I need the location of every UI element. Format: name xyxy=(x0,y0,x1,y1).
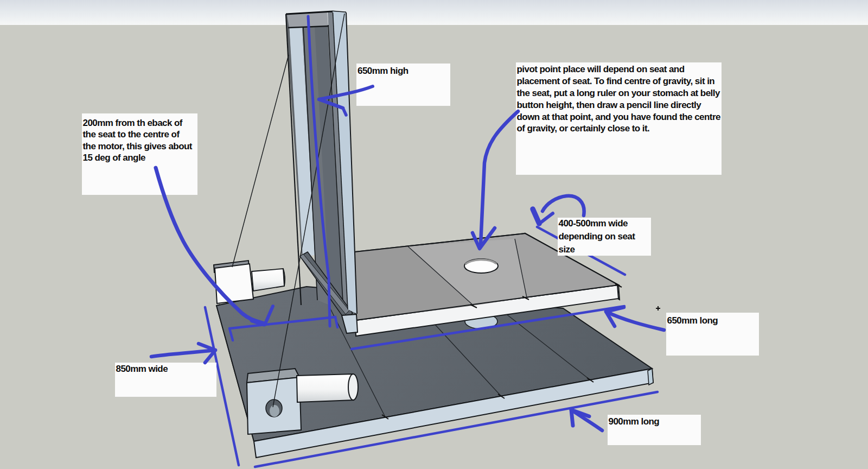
svg-text:button height, then draw a pen: button height, then draw a pencil line d… xyxy=(517,100,702,110)
svg-text:the motor, this gives about: the motor, this gives about xyxy=(83,141,193,151)
svg-text:200mm from th eback of: 200mm from th eback of xyxy=(83,118,183,128)
svg-text:pivot point place will depend: pivot point place will depend on seat an… xyxy=(517,64,685,74)
svg-text:900mm long: 900mm long xyxy=(609,416,660,427)
svg-text:650mm long: 650mm long xyxy=(667,315,718,326)
svg-text:the seat to the centre of: the seat to the centre of xyxy=(83,129,180,140)
svg-text:depending on seat: depending on seat xyxy=(559,231,636,242)
svg-text:the seat, put a long ruler on: the seat, put a long ruler on your stoma… xyxy=(517,88,720,98)
svg-text:size: size xyxy=(559,244,575,255)
svg-text:850mm wide: 850mm wide xyxy=(116,364,168,374)
svg-text:400-500mm wide: 400-500mm wide xyxy=(559,218,628,229)
svg-text:placement of seat. To find cen: placement of seat. To find centre of gra… xyxy=(517,76,715,86)
svg-text:650mm high: 650mm high xyxy=(358,66,409,76)
svg-text:down at that point, and you ha: down at that point, and you have found t… xyxy=(517,112,720,122)
svg-text:15 deg of angle: 15 deg of angle xyxy=(83,153,146,163)
svg-text:of gravity, or certainly close: of gravity, or certainly close to it. xyxy=(517,123,650,134)
